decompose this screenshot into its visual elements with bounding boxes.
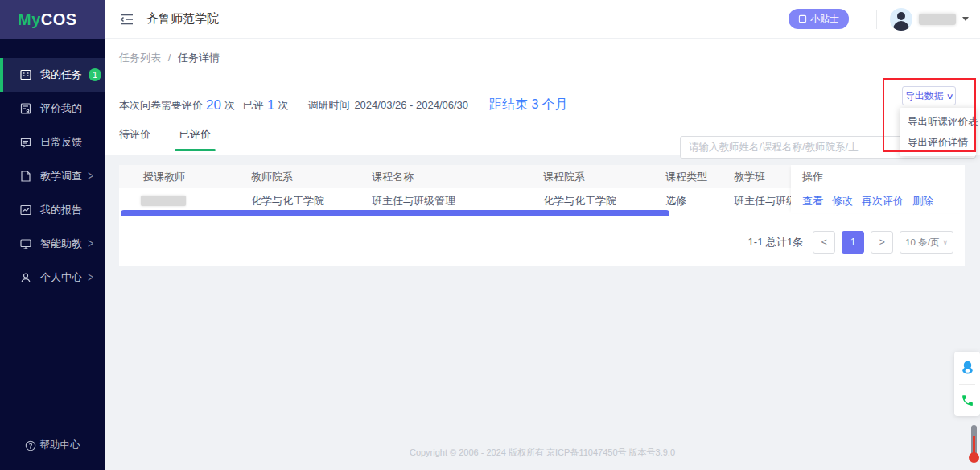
next-page-button[interactable]: > [871, 231, 893, 254]
chevron-right-icon: > [88, 169, 93, 183]
task-count-badge: 1 [89, 68, 101, 81]
task-info-line: 本次问卷需要评价 20 次 已评 1 次 调研时间 2024/03/26 - 2… [119, 97, 568, 113]
evaluated-table-card: 授课教师 教师院系 课程名称 课程院系 课程类型 教学班 化学与化工学院 班主任… [119, 165, 965, 266]
deadline-remaining: 距结束 3 个月 [489, 97, 568, 113]
menu-collapse-icon[interactable] [119, 11, 135, 27]
row-actions: 查看 修改 再次评价 删除 [791, 188, 965, 213]
pagination: 1-1 总计1条 < 1 > 10 条/页 ∨ [748, 231, 953, 254]
topbar-right-group: 小贴士 [789, 8, 980, 31]
action-view[interactable]: 查看 [802, 194, 823, 208]
col-teacher-dept: 教师院系 [251, 165, 293, 188]
evaluation-tabs: 待评价 已评价 [119, 127, 240, 151]
username-redacted [919, 14, 956, 25]
unit: 次 [224, 98, 235, 113]
copyright-footer: Copyright © 2006 - 2024 版权所有 京ICP备110474… [105, 447, 980, 459]
prev-page-button[interactable]: < [813, 231, 835, 254]
contact-float-widget [954, 352, 980, 416]
chevron-down-icon: ∨ [942, 238, 948, 246]
sidebar: MyCOS 我的任务 1 评价我的 日常反馈 [0, 0, 105, 470]
tab-pending-evaluation[interactable]: 待评价 [119, 127, 150, 151]
col-operations: 操作 [791, 165, 965, 188]
sidebar-item-my-reports[interactable]: 我的报告 [0, 193, 105, 227]
survey-icon [19, 170, 32, 183]
page-size-value: 10 条/页 [905, 237, 939, 249]
header-divider [876, 10, 877, 29]
main-area: 齐鲁师范学院 小贴士 任务列表 / [105, 0, 980, 470]
chevron-right-icon: > [88, 237, 93, 251]
operations-fixed-column: 操作 查看 修改 再次评价 删除 [791, 165, 965, 213]
logo-part-white: COS [41, 10, 77, 29]
page-size-select[interactable]: 10 条/页 ∨ [900, 231, 953, 254]
report-icon [19, 204, 32, 216]
evaluate-me-icon [19, 102, 32, 115]
breadcrumb-task-list[interactable]: 任务列表 [119, 52, 161, 64]
horizontal-scrollbar[interactable] [121, 210, 669, 216]
cell-teaching-class: 班主任与班级管理 [734, 188, 792, 213]
tips-label: 小贴士 [810, 12, 839, 26]
app-window: MyCOS 我的任务 1 评价我的 日常反馈 [0, 0, 980, 470]
phone-contact-button[interactable] [961, 384, 974, 416]
breadcrumb: 任务列表 / 任务详情 [119, 51, 220, 65]
col-course-name: 课程名称 [372, 165, 414, 188]
export-data-button[interactable]: 导出数据 ∨ [902, 86, 956, 105]
export-dropdown-menu: 导出听课评价表 导出评价详情 [900, 108, 976, 156]
action-reevaluate[interactable]: 再次评价 [862, 194, 904, 208]
chevron-down-icon [962, 17, 969, 21]
col-teacher: 授课教师 [143, 165, 185, 188]
sidebar-item-evaluate-me[interactable]: 评价我的 [0, 92, 105, 126]
sidebar-item-label: 教学调查 [40, 169, 82, 183]
evaluated-label: 已评 [243, 98, 264, 113]
qq-contact-button[interactable] [960, 352, 975, 384]
feedback-icon [19, 136, 32, 149]
sidebar-item-personal-center[interactable]: 个人中心 > [0, 261, 105, 295]
tasks-icon [19, 68, 32, 81]
sidebar-item-label: 智能助教 [40, 237, 82, 251]
breadcrumb-task-detail: 任务详情 [178, 52, 220, 64]
survey-time-value: 2024/03/26 - 2024/06/30 [354, 99, 468, 111]
sidebar-item-label: 日常反馈 [40, 135, 82, 150]
teacher-name-redacted [141, 196, 186, 206]
survey-time-label: 调研时间 [307, 98, 349, 113]
assistant-icon [19, 237, 32, 250]
sidebar-item-my-tasks[interactable]: 我的任务 1 [0, 58, 105, 92]
col-course-dept: 课程院系 [543, 165, 585, 188]
evaluated-count: 1 [267, 97, 274, 113]
chevron-down-icon: ∨ [945, 92, 953, 101]
action-modify[interactable]: 修改 [832, 194, 853, 208]
school-name: 齐鲁师范学院 [146, 11, 219, 27]
info-prefix: 本次问卷需要评价 [119, 98, 203, 113]
sidebar-item-label: 我的报告 [40, 203, 82, 217]
col-course-type: 课程类型 [665, 165, 707, 188]
export-button-label: 导出数据 [905, 89, 944, 103]
thermometer-widget[interactable] [968, 425, 979, 465]
user-menu[interactable] [890, 8, 969, 31]
mycos-logo: MyCOS [0, 0, 105, 39]
required-count: 20 [206, 97, 221, 113]
chevron-right-icon: > [88, 270, 93, 285]
breadcrumb-separator: / [168, 52, 171, 64]
qq-penguin-icon [960, 360, 975, 375]
avatar [890, 8, 912, 31]
help-center-label: 帮助中心 [40, 439, 80, 452]
sidebar-item-ai-assistant[interactable]: 智能助教 > [0, 227, 105, 261]
sidebar-item-label: 评价我的 [40, 101, 82, 116]
note-icon [798, 14, 807, 23]
thermometer-bulb [969, 452, 979, 463]
unit: 次 [278, 98, 288, 113]
action-delete[interactable]: 删除 [912, 194, 933, 208]
sidebar-item-label: 我的任务 [40, 68, 82, 82]
person-icon [19, 271, 32, 284]
tips-badge[interactable]: 小贴士 [789, 9, 849, 29]
cell-course-type: 选修 [665, 188, 686, 213]
tab-evaluated[interactable]: 已评价 [179, 127, 211, 151]
help-center-link[interactable]: 帮助中心 [0, 439, 105, 452]
page-1-button[interactable]: 1 [842, 231, 864, 254]
menu-item-export-lecture-evaluations[interactable]: 导出听课评价表 [900, 111, 976, 132]
sidebar-item-daily-feedback[interactable]: 日常反馈 [0, 126, 105, 159]
menu-item-export-evaluation-details[interactable]: 导出评价详情 [900, 132, 976, 153]
pagination-summary: 1-1 总计1条 [748, 235, 804, 249]
phone-icon [961, 394, 974, 407]
question-circle-icon [25, 440, 36, 451]
top-header-bar: 齐鲁师范学院 小贴士 [105, 0, 980, 39]
sidebar-item-teaching-survey[interactable]: 教学调查 > [0, 159, 105, 193]
